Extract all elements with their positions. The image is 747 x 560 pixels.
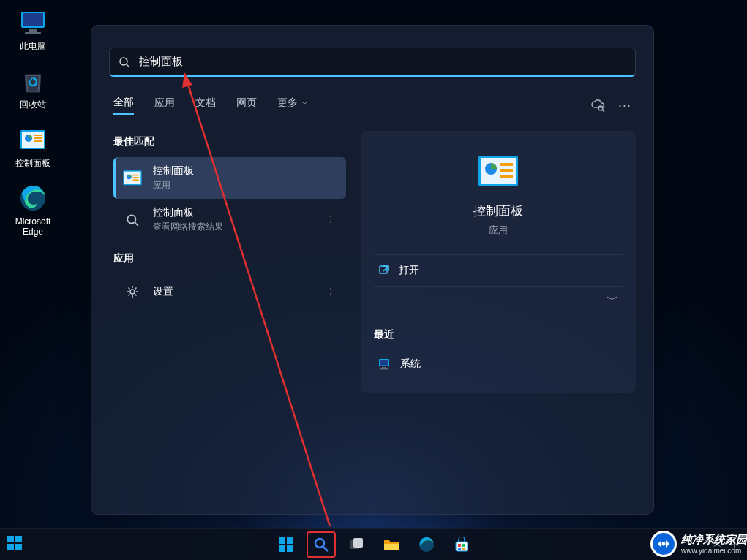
- svg-rect-8: [34, 137, 42, 139]
- search-panel: 全部 应用 文档 网页 更多 ﹀ ··· 最佳匹配 控制面板 应用: [91, 25, 654, 515]
- cloud-search-icon[interactable]: [590, 99, 605, 112]
- svg-rect-39: [7, 544, 14, 550]
- svg-rect-33: [382, 367, 386, 368]
- detail-subtitle: 应用: [489, 224, 508, 237]
- file-explorer-button[interactable]: [377, 531, 406, 558]
- desktop-icon-label: Microsoft Edge: [7, 216, 59, 237]
- store-button[interactable]: [447, 531, 476, 558]
- tab-documents[interactable]: 文档: [195, 97, 216, 114]
- search-box[interactable]: [109, 48, 636, 77]
- tab-web[interactable]: 网页: [236, 97, 257, 114]
- tab-more[interactable]: 更多 ﹀: [277, 97, 309, 114]
- desktop-icon-this-pc[interactable]: 此电脑: [7, 7, 59, 51]
- result-title: 控制面板: [153, 164, 337, 178]
- svg-rect-38: [15, 536, 22, 542]
- desktop-icons: 此电脑 回收站 控制面板 Microsoft Edge: [7, 7, 59, 237]
- result-settings[interactable]: 设置 〉: [113, 274, 346, 309]
- svg-rect-52: [458, 544, 461, 547]
- svg-rect-55: [462, 548, 465, 550]
- result-control-panel-app[interactable]: 控制面板 应用: [113, 157, 346, 199]
- svg-point-23: [130, 290, 135, 294]
- chevron-right-icon: 〉: [329, 213, 337, 226]
- svg-rect-27: [500, 163, 513, 166]
- desktop-icon-label: 回收站: [20, 99, 46, 110]
- system-icon: [378, 357, 391, 371]
- task-view-button[interactable]: [342, 531, 371, 558]
- svg-rect-41: [279, 537, 285, 544]
- control-panel-icon: [18, 124, 48, 155]
- chevron-down-icon: ﹀: [607, 292, 618, 308]
- svg-rect-43: [279, 545, 285, 552]
- taskbar-center: [271, 531, 476, 558]
- svg-rect-34: [380, 368, 388, 370]
- start-button[interactable]: [271, 531, 301, 558]
- section-apps: 应用: [113, 252, 346, 265]
- watermark: 纯净系统家园 www.yidaimei.com: [650, 531, 747, 557]
- watermark-name: 纯净系统家园: [681, 533, 747, 547]
- svg-point-11: [120, 58, 127, 65]
- tab-apps[interactable]: 应用: [154, 97, 175, 114]
- chevron-down-icon: ﹀: [299, 99, 309, 107]
- result-title: 控制面板: [153, 206, 318, 219]
- result-title: 设置: [153, 285, 318, 298]
- svg-rect-44: [287, 545, 293, 552]
- svg-rect-42: [287, 537, 293, 544]
- desktop-icon-recycle-bin[interactable]: 回收站: [7, 66, 59, 110]
- svg-rect-20: [133, 179, 139, 181]
- desktop-icon-edge[interactable]: Microsoft Edge: [7, 183, 59, 237]
- section-best-match: 最佳匹配: [113, 135, 346, 148]
- edge-button[interactable]: [412, 531, 441, 558]
- svg-line-46: [323, 547, 328, 551]
- more-options-icon[interactable]: ···: [618, 98, 631, 113]
- monitor-icon: [18, 7, 48, 38]
- recent-item-system[interactable]: 系统: [374, 350, 623, 378]
- action-open[interactable]: 打开: [374, 254, 623, 286]
- desktop-icon-label: 此电脑: [20, 41, 46, 51]
- open-icon: [378, 265, 390, 276]
- svg-rect-48: [353, 538, 363, 548]
- svg-rect-51: [456, 542, 468, 551]
- recent-item-label: 系统: [400, 357, 421, 371]
- tab-all[interactable]: 全部: [113, 96, 134, 115]
- control-panel-icon: [477, 154, 519, 189]
- section-recent: 最近: [374, 328, 623, 341]
- svg-rect-29: [500, 175, 513, 178]
- control-panel-icon: [122, 168, 143, 189]
- svg-rect-53: [462, 544, 465, 547]
- result-subtitle: 查看网络搜索结果: [153, 221, 318, 233]
- search-input[interactable]: [139, 56, 626, 68]
- expand-actions[interactable]: ﹀: [374, 286, 623, 314]
- svg-rect-2: [29, 29, 37, 32]
- svg-rect-9: [34, 140, 42, 142]
- svg-rect-19: [133, 177, 139, 178]
- taskbar: ︿ 中: [0, 528, 747, 560]
- desktop-icon-label: 控制面板: [15, 158, 50, 168]
- chevron-right-icon: 〉: [329, 286, 337, 298]
- results-column: 最佳匹配 控制面板 应用 控制面板 查看网络搜索结果 〉: [113, 131, 346, 393]
- svg-rect-7: [34, 135, 42, 136]
- svg-point-45: [315, 539, 324, 548]
- taskbar-widgets[interactable]: [6, 534, 26, 555]
- action-label: 打开: [399, 264, 419, 277]
- svg-rect-49: [384, 544, 399, 550]
- search-button[interactable]: [307, 531, 336, 558]
- search-tabs: 全部 应用 文档 网页 更多 ﹀ ···: [91, 90, 653, 122]
- svg-rect-1: [23, 13, 43, 26]
- result-subtitle: 应用: [153, 179, 337, 192]
- svg-rect-37: [7, 536, 14, 542]
- svg-rect-3: [25, 32, 41, 34]
- svg-rect-32: [380, 360, 388, 366]
- svg-rect-28: [500, 169, 513, 172]
- watermark-icon: [650, 531, 677, 557]
- svg-point-56: [662, 542, 666, 546]
- search-body: 最佳匹配 控制面板 应用 控制面板 查看网络搜索结果 〉: [91, 122, 653, 393]
- search-icon: [119, 56, 130, 68]
- watermark-url: www.yidaimei.com: [681, 547, 747, 555]
- gear-icon: [122, 281, 143, 302]
- desktop-icon-control-panel[interactable]: 控制面板: [7, 124, 59, 168]
- result-control-panel-web[interactable]: 控制面板 查看网络搜索结果 〉: [113, 199, 346, 241]
- svg-rect-54: [458, 548, 461, 550]
- recycle-bin-icon: [18, 66, 48, 97]
- svg-point-21: [127, 215, 135, 223]
- detail-title: 控制面板: [473, 203, 523, 219]
